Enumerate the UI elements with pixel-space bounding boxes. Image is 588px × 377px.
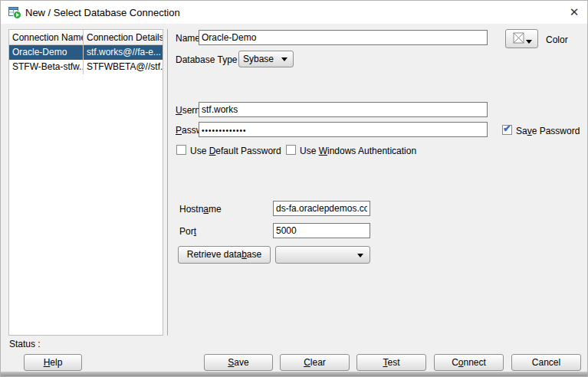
- username-input[interactable]: [199, 102, 488, 117]
- hostname-input[interactable]: [273, 201, 370, 216]
- database-select-dropdown[interactable]: [275, 246, 370, 264]
- cell-connection-details: STFWBETA@//stf...: [84, 60, 163, 74]
- checkmark-icon: ✔: [503, 123, 511, 134]
- color-picker-button[interactable]: [505, 29, 538, 48]
- port-label: Port: [179, 226, 196, 237]
- name-label: Name: [176, 33, 200, 44]
- close-icon[interactable]: ✕: [564, 3, 584, 21]
- new-select-database-connection-dialog: New / Select Database Connection ✕ Conne…: [0, 0, 588, 377]
- hostname-label: Hostname: [179, 204, 222, 215]
- cell-connection-name: STFW-Beta-stfw...: [9, 60, 84, 74]
- color-label: Color: [546, 34, 568, 45]
- chevron-down-icon: [526, 40, 532, 44]
- save-password-checkbox[interactable]: ✔: [502, 125, 512, 135]
- cell-connection-name: Oracle-Demo: [9, 45, 84, 60]
- connect-button[interactable]: Connect: [434, 354, 504, 371]
- title-bar: New / Select Database Connection ✕: [1, 1, 587, 24]
- window-bottom-edge: [1, 372, 587, 376]
- chevron-down-icon: [281, 57, 287, 61]
- use-default-password-label: Use Default Password: [190, 146, 281, 156]
- database-type-value: Sybase: [243, 54, 274, 64]
- retrieve-database-button[interactable]: Retrieve database: [178, 246, 271, 264]
- connections-table[interactable]: Connection Name Connection Details Oracl…: [8, 29, 163, 336]
- database-type-label: Database Type: [176, 54, 238, 65]
- database-type-dropdown[interactable]: Sybase: [238, 51, 294, 67]
- status-label: Status :: [9, 339, 41, 349]
- clear-button[interactable]: Clear: [280, 354, 350, 371]
- port-input[interactable]: [273, 223, 370, 238]
- column-header-connection-name[interactable]: Connection Name: [9, 30, 84, 44]
- use-windows-authentication-label: Use Windows Authentication: [300, 146, 416, 156]
- table-row-oracle-demo[interactable]: Oracle-Demo stf.works@//fa-e...: [9, 45, 163, 60]
- use-windows-authentication-checkbox[interactable]: [286, 145, 296, 155]
- cell-connection-details: stf.works@//fa-e...: [84, 45, 163, 60]
- column-header-connection-details[interactable]: Connection Details: [84, 30, 163, 44]
- save-button[interactable]: Save: [204, 354, 273, 371]
- panel-divider: [167, 29, 168, 336]
- connections-table-header: Connection Name Connection Details: [9, 30, 163, 45]
- no-color-swatch-icon: [513, 32, 525, 44]
- database-connection-icon: [8, 6, 21, 19]
- help-button[interactable]: Help: [24, 354, 82, 371]
- table-row-stfw-beta[interactable]: STFW-Beta-stfw... STFWBETA@//stf...: [9, 60, 163, 74]
- dialog-title: New / Select Database Connection: [25, 7, 180, 18]
- save-password-label: Save Password: [516, 126, 580, 136]
- use-default-password-checkbox[interactable]: [176, 145, 186, 155]
- chevron-down-icon: [357, 254, 363, 257]
- cancel-button[interactable]: Cancel: [511, 354, 581, 371]
- password-input[interactable]: [199, 122, 488, 137]
- test-button[interactable]: Test: [356, 354, 426, 371]
- name-input[interactable]: [199, 30, 488, 45]
